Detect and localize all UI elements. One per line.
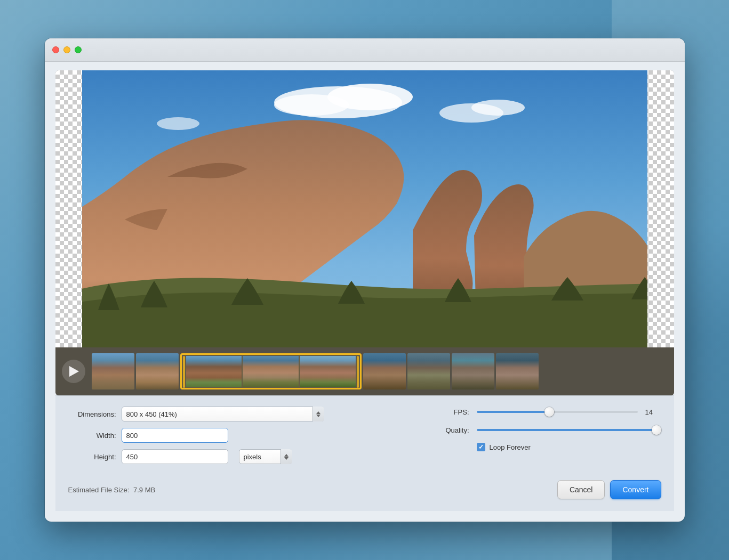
film-thumb-image (300, 356, 356, 387)
file-size-prefix: Estimated File Size: (68, 486, 130, 494)
height-input[interactable] (122, 449, 228, 464)
timeline (55, 347, 674, 395)
controls-row: Dimensions: 800 x 450 (41%) (68, 407, 661, 470)
preview-image (82, 70, 647, 347)
left-handle[interactable] (183, 356, 185, 388)
film-thumb-image (407, 353, 450, 389)
play-icon (69, 366, 79, 377)
right-handle[interactable] (357, 356, 359, 388)
dimensions-label: Dimensions: (68, 410, 116, 418)
cancel-button[interactable]: Cancel (557, 480, 605, 499)
filmstrip (92, 352, 668, 391)
height-label: Height: (68, 453, 116, 461)
film-thumb-5[interactable] (452, 353, 494, 389)
bottom-bar: Estimated File Size: 7.9 MB Cancel Conve… (68, 480, 661, 499)
file-size-label: Estimated File Size: 7.9 MB (68, 486, 156, 494)
film-thumb-image (363, 353, 406, 389)
film-thumb-image (92, 353, 134, 389)
film-thumb-6[interactable] (496, 353, 539, 389)
width-row: Width: (68, 428, 416, 443)
close-button[interactable] (52, 46, 59, 53)
minimize-button[interactable] (63, 46, 70, 53)
height-row: Height: pixels percent (68, 449, 416, 464)
maximize-button[interactable] (75, 46, 82, 53)
quality-slider[interactable] (477, 429, 661, 431)
svg-point-3 (274, 94, 349, 116)
quality-slider-container (477, 425, 661, 435)
main-content: Dimensions: 800 x 450 (41%) (45, 62, 685, 522)
film-thumb-2[interactable] (136, 353, 179, 389)
width-label: Width: (68, 432, 116, 440)
loop-label: Loop Forever (490, 443, 531, 451)
loop-checkbox[interactable]: ✓ (477, 443, 485, 451)
dimensions-select[interactable]: 800 x 450 (41%) (122, 407, 324, 421)
fps-value: 14 (645, 408, 661, 416)
unit-wrapper: pixels percent (239, 449, 292, 464)
dimensions-select-wrapper: 800 x 450 (41%) (122, 407, 324, 421)
quality-row: Quality: (437, 425, 661, 435)
app-window: Dimensions: 800 x 450 (41%) (45, 38, 685, 522)
traffic-lights (52, 46, 82, 53)
play-button[interactable] (62, 360, 85, 383)
button-group: Cancel Convert (557, 480, 661, 499)
left-controls: Dimensions: 800 x 450 (41%) (68, 407, 416, 470)
film-thumb-3[interactable] (363, 353, 406, 389)
film-thumb-1[interactable] (92, 353, 134, 389)
dimensions-row: Dimensions: 800 x 450 (41%) (68, 407, 416, 421)
titlebar (45, 38, 685, 62)
selected-range[interactable] (180, 353, 362, 389)
film-thumb-image (496, 353, 539, 389)
convert-button[interactable]: Convert (610, 480, 661, 499)
file-size-value: 7.9 MB (133, 486, 155, 494)
film-thumb-image (452, 353, 494, 389)
preview-container (55, 70, 674, 395)
checkmark-icon: ✓ (478, 444, 484, 450)
film-thumb-image (243, 356, 299, 387)
fps-slider-container (477, 407, 638, 417)
svg-point-5 (471, 100, 525, 116)
width-input[interactable] (122, 428, 228, 443)
fps-label: FPS: (437, 408, 469, 416)
right-controls: FPS: 14 Quality: (437, 407, 661, 451)
fps-slider[interactable] (477, 411, 638, 413)
controls-area: Dimensions: 800 x 450 (41%) (55, 395, 674, 511)
film-thumb-image (136, 353, 179, 389)
unit-select[interactable]: pixels percent (239, 449, 292, 464)
loop-row: ✓ Loop Forever (477, 443, 661, 451)
svg-point-6 (157, 117, 199, 130)
film-thumb-4[interactable] (407, 353, 450, 389)
preview-area (55, 70, 674, 347)
quality-label: Quality: (437, 426, 469, 434)
film-thumb-image (186, 356, 242, 387)
fps-row: FPS: 14 (437, 407, 661, 417)
